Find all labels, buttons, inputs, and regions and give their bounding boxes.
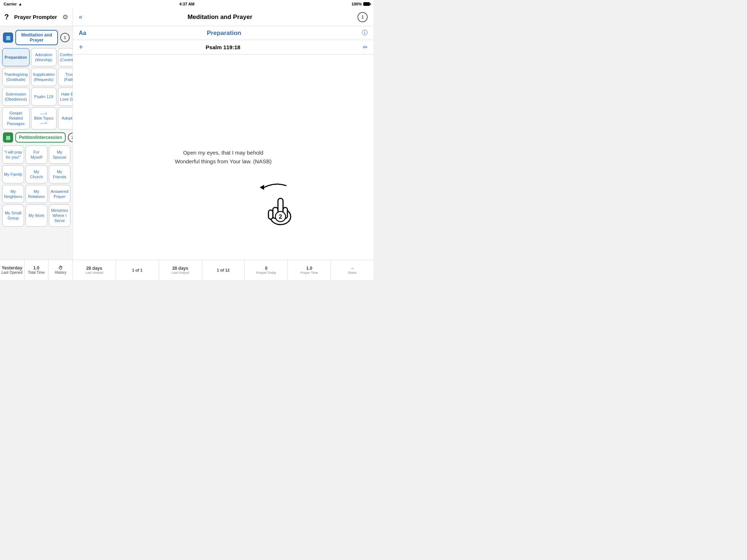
btn-preparation[interactable]: Preparation — [2, 48, 30, 66]
last-prayed-val: 28 days — [172, 266, 188, 271]
info-button[interactable]: ⓘ — [362, 29, 368, 37]
last-opened-label: Last Opened — [1, 271, 22, 275]
btn-supplication[interactable]: Supplication(Requests) — [31, 68, 57, 86]
prayer-time-label: Prayer Time — [300, 271, 318, 275]
footer-total-time: 1.0 Total Time — [24, 260, 49, 280]
battery-icon — [363, 2, 370, 6]
total-time-label: Total Time — [28, 271, 45, 275]
svg-text:2: 2 — [279, 214, 282, 220]
back-button[interactable]: « — [79, 13, 82, 21]
btn-will-pray[interactable]: "I will prayfor you!" — [2, 145, 24, 164]
footer-history[interactable]: ⏱ History — [49, 260, 73, 280]
wifi-icon: ▲ — [18, 2, 22, 6]
btn-psalm119[interactable]: Psalm 119 — [31, 88, 57, 106]
page-of-12-val: 1 of 12 — [217, 268, 230, 272]
status-left: Carrier ▲ — [4, 2, 22, 6]
total-time-val: 1.0 — [33, 265, 39, 271]
main-section-title: Preparation — [86, 30, 362, 37]
footer-last-viewed: 28 days Last Viewed — [73, 260, 116, 280]
petition-section-count: 2 — [68, 133, 73, 142]
btn-ministries[interactable]: MinistriesWhere I Serve — [49, 205, 70, 227]
meditation-grid: Preparation Adoration(Worship) Confessio… — [2, 48, 70, 129]
meditation-section-count: 1 — [60, 33, 70, 42]
last-prayed-label: Last Prayed — [171, 271, 189, 275]
history-label: History — [55, 271, 66, 275]
header-left: ? Prayer Prompter ⚙ — [0, 8, 73, 26]
petition-section-icon: ▦ — [3, 132, 13, 143]
verse-reference: Psalm 119:18 — [83, 44, 363, 50]
header-row: ? Prayer Prompter ⚙ « Meditation and Pra… — [0, 8, 374, 26]
btn-submission[interactable]: Submission(Obedience) — [2, 88, 30, 106]
footer-share[interactable]: → Share — [331, 260, 374, 280]
btn-confession[interactable]: Confession(Contrition) — [58, 48, 73, 66]
footer-prayed-today: 0 Prayed Today — [245, 260, 288, 280]
header-right: « Meditation and Prayer 1 — [73, 8, 374, 26]
add-verse-button[interactable]: + — [79, 43, 83, 51]
meditation-section-icon: ▦ — [3, 32, 13, 43]
btn-trust[interactable]: Trust(Faith) — [58, 68, 73, 86]
btn-my-spouse[interactable]: My Spouse — [49, 145, 70, 164]
btn-answered-prayer[interactable]: AnsweredPrayer — [49, 185, 70, 203]
page-of-1-val: 1 of 1 — [132, 268, 143, 272]
petition-section-button[interactable]: Petition/Intercession — [15, 132, 66, 143]
battery-percent: 100% — [352, 2, 362, 6]
swipe-gesture: 2 — [257, 178, 301, 230]
prayed-today-val: 0 — [265, 266, 268, 271]
main-toolbar: Aa Preparation ⓘ — [73, 26, 374, 40]
footer-prayer-time: 1.0 Prayer Time — [288, 260, 331, 280]
gesture-svg: 2 — [257, 178, 301, 229]
petition-grid: "I will prayfor you!" For Myself My Spou… — [2, 145, 70, 227]
btn-hate-evil[interactable]: Hate Evil,Love Good — [58, 88, 73, 106]
btn-my-church[interactable]: My Church — [26, 165, 47, 183]
btn-bible-topics[interactable]: ---->Bible Topics----> — [31, 107, 57, 129]
footer-page-of-1: 1 of 1 — [116, 260, 159, 280]
status-right: 100% — [352, 2, 370, 6]
prayed-today-label: Prayed Today — [256, 271, 276, 275]
status-bar: Carrier ▲ 4:37 AM 100% — [0, 0, 374, 8]
app-title: Prayer Prompter — [14, 14, 57, 20]
btn-thanksgiving[interactable]: Thanksgiving(Gratitude) — [2, 68, 30, 86]
gesture-area: Open my eyes, that I may beholdWonderful… — [73, 55, 374, 260]
app-container: ? Prayer Prompter ⚙ « Meditation and Pra… — [0, 8, 374, 280]
content-area: ▦ Meditation and Prayer 1 Preparation Ad… — [0, 26, 374, 260]
history-icon: ⏱ — [58, 265, 63, 271]
btn-my-work[interactable]: My Work — [26, 205, 47, 227]
btn-adoption[interactable]: Adoption — [58, 107, 73, 129]
footer: Yesterday Last Opened 1.0 Total Time ⏱ H… — [0, 260, 374, 280]
status-time: 4:37 AM — [179, 2, 195, 6]
btn-adoration[interactable]: Adoration(Worship) — [31, 48, 57, 66]
share-label: Share — [348, 271, 357, 275]
meditation-section-header: ▦ Meditation and Prayer 1 — [2, 28, 70, 47]
petition-section-header: ▦ Petition/Intercession 2 — [2, 131, 70, 144]
svg-rect-5 — [268, 210, 273, 219]
edit-verse-button[interactable]: ✏ — [363, 44, 368, 51]
btn-gospel-passages[interactable]: GospelRelatedPassages — [2, 107, 30, 129]
footer-page-of-12: 1 of 12 — [202, 260, 245, 280]
btn-for-myself[interactable]: For Myself — [26, 145, 47, 164]
carrier-label: Carrier — [4, 2, 17, 6]
last-viewed-val: 28 days — [86, 266, 102, 271]
meditation-section-button[interactable]: Meditation and Prayer — [15, 30, 58, 45]
footer-last-opened: Yesterday Last Opened — [0, 260, 24, 280]
font-size-button[interactable]: Aa — [79, 30, 86, 36]
footer-last-prayed: 28 days Last Prayed — [159, 260, 202, 280]
sidebar: ▦ Meditation and Prayer 1 Preparation Ad… — [0, 26, 73, 260]
footer-left: Yesterday Last Opened 1.0 Total Time ⏱ H… — [0, 260, 73, 280]
main-header-title: Meditation and Prayer — [82, 13, 357, 21]
last-opened-val: Yesterday — [1, 265, 22, 271]
btn-my-neighbors[interactable]: My Neighbors — [2, 185, 24, 203]
btn-my-family[interactable]: My Family — [2, 165, 24, 183]
verse-text: Open my eyes, that I may beholdWonderful… — [73, 141, 374, 173]
verse-row: + Psalm 119:18 ✏ — [73, 40, 374, 55]
share-icon: → — [350, 266, 355, 271]
prayer-time-val: 1.0 — [306, 266, 312, 271]
btn-my-relatives[interactable]: My Relatives — [26, 185, 47, 203]
footer-right: 28 days Last Viewed 1 of 1 28 days Last … — [73, 260, 374, 280]
header-count-badge: 1 — [357, 12, 368, 22]
settings-button[interactable]: ⚙ — [62, 13, 68, 21]
btn-my-small-group[interactable]: My SmallGroup — [2, 205, 24, 227]
btn-my-friends[interactable]: My Friends — [49, 165, 70, 183]
main-content: Aa Preparation ⓘ + Psalm 119:18 ✏ Open m… — [73, 26, 374, 260]
svg-marker-0 — [260, 185, 264, 190]
help-button[interactable]: ? — [4, 13, 9, 21]
